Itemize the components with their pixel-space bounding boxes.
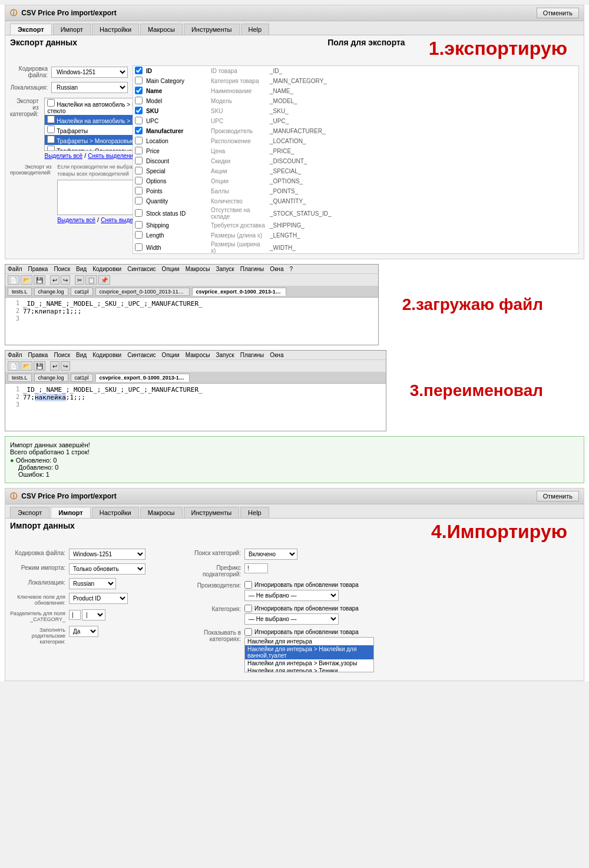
file-tab2-2[interactable]: change.log (34, 288, 68, 296)
menu-plugins3[interactable]: Плагины (240, 352, 264, 358)
menu-run3[interactable]: Запуск (216, 352, 234, 358)
import-mfr-select[interactable]: — Не выбрано — (244, 590, 339, 601)
field-checkbox[interactable] (135, 127, 143, 134)
tab-macros[interactable]: Макросы (140, 24, 183, 35)
locale-select[interactable]: Russian (51, 82, 128, 93)
tab-help[interactable]: Help (241, 24, 270, 35)
file-tab2-1[interactable]: tests.L (8, 288, 32, 296)
field-checkbox[interactable] (135, 187, 143, 194)
field-checkbox[interactable] (135, 197, 143, 204)
deselect-all-link[interactable]: Снять выделение (88, 153, 136, 159)
file-tab3-3[interactable]: cat1pl (71, 374, 93, 382)
import-cat-select[interactable]: — Не выбрано — (244, 613, 339, 625)
toolbar-btn2-2[interactable]: 📂 (21, 275, 32, 285)
menu-encoding2[interactable]: Кодировки (92, 266, 121, 272)
select-all-link[interactable]: Выделить всё (44, 153, 82, 159)
menu-encoding3[interactable]: Кодировки (92, 352, 121, 358)
import-sep-select[interactable]: | (82, 609, 105, 621)
list-item[interactable]: Наклейки для интерьра > Наклейки для ван… (245, 645, 373, 659)
menu-view3[interactable]: Вид (76, 352, 87, 358)
import-sep-input[interactable] (69, 610, 81, 620)
editor-body3[interactable]: 1 _ID_;_NAME_;_MODEL_;_SKU_;_UPC_;_MANUF… (5, 384, 386, 431)
list-item[interactable]: Наклейки для интерьра > Теники... (245, 667, 373, 672)
field-checkbox-cell[interactable] (133, 146, 144, 156)
import-tab-export[interactable]: Экспорт (10, 507, 49, 518)
fields-table-container[interactable]: ID ID товара _ID_ Main Category Категори… (133, 65, 579, 254)
toolbar-btn2-1[interactable]: 📄 (8, 275, 19, 285)
import-tab-import[interactable]: Импорт (51, 507, 90, 518)
field-checkbox[interactable] (135, 87, 143, 94)
import-search-cat-select[interactable]: Включено (244, 549, 297, 560)
field-checkbox[interactable] (135, 177, 143, 184)
field-checkbox-cell[interactable] (133, 136, 144, 146)
field-checkbox-cell[interactable] (133, 206, 144, 220)
toolbar-btn3-undo[interactable]: ↩ (50, 361, 59, 371)
menu-plugins2[interactable]: Плагины (240, 266, 264, 272)
field-checkbox-cell[interactable] (133, 66, 144, 76)
field-checkbox-cell[interactable] (133, 156, 144, 166)
menu-run2[interactable]: Запуск (216, 266, 234, 272)
toolbar-btn2-copy[interactable]: 📋 (85, 275, 97, 285)
import-tab-macros[interactable]: Макросы (140, 507, 183, 518)
toolbar-btn3-redo[interactable]: ↪ (61, 361, 70, 371)
import-tab-tools[interactable]: Инструменты (184, 507, 240, 518)
editor-body2[interactable]: 1 _ID_;_NAME_;_MODEL_;_SKU_;_UPC_;_MANUF… (5, 298, 378, 345)
toolbar-btn3-1[interactable]: 📄 (8, 361, 19, 371)
field-checkbox-cell[interactable] (133, 96, 144, 106)
toolbar-btn2-cut[interactable]: ✂ (75, 275, 84, 285)
import-tab-settings[interactable]: Настройки (92, 507, 139, 518)
field-checkbox[interactable] (135, 117, 143, 124)
select-all-mfr-link[interactable]: Выделить всё (57, 217, 95, 223)
field-checkbox-cell[interactable] (133, 196, 144, 206)
menu-edit3[interactable]: Правка (28, 352, 48, 358)
field-checkbox-cell[interactable] (133, 240, 144, 254)
field-checkbox-cell[interactable] (133, 186, 144, 196)
import-cat-ignore-checkbox[interactable] (244, 605, 252, 612)
toolbar-btn3-3[interactable]: 💾 (34, 361, 45, 371)
tab-tools[interactable]: Инструменты (184, 24, 240, 35)
field-checkbox[interactable] (135, 77, 143, 84)
menu-file3[interactable]: Файл (8, 352, 22, 358)
toolbar-btn2-3[interactable]: 💾 (34, 275, 45, 285)
file-tab3-4[interactable]: csvprice_export_0-1000_2013-11-06-1535.c… (95, 374, 190, 382)
field-checkbox-cell[interactable] (133, 176, 144, 186)
field-checkbox-cell[interactable] (133, 86, 144, 96)
field-checkbox[interactable] (135, 137, 143, 144)
file-tab2-4[interactable]: csvprice_export_0-1000_2013-11-06-1535.c… (95, 288, 190, 296)
menu-windows2[interactable]: Окна (270, 266, 283, 272)
menu-macros3[interactable]: Макросы (186, 352, 210, 358)
field-checkbox-cell[interactable] (133, 116, 144, 126)
field-checkbox[interactable] (135, 67, 143, 74)
menu-syntax2[interactable]: Синтаксис (127, 266, 155, 272)
import-locale-select[interactable]: Russian (69, 578, 116, 589)
menu-options3[interactable]: Опции (162, 352, 180, 358)
tab-export[interactable]: Экспорт (10, 24, 52, 35)
field-checkbox-cell[interactable] (133, 126, 144, 136)
import-show-cat-list[interactable]: Наклейки для интерьра Наклейки для интер… (244, 637, 374, 672)
list-item[interactable]: Наклейки для интерьра > Винтаж,узоры (245, 659, 373, 667)
field-checkbox[interactable] (135, 147, 143, 154)
menu-search2[interactable]: Поиск (54, 266, 70, 272)
menu-file2[interactable]: Файл (8, 266, 22, 272)
field-checkbox[interactable] (135, 243, 143, 251)
field-checkbox[interactable] (135, 221, 143, 229)
toolbar-btn2-paste[interactable]: 📌 (98, 275, 110, 285)
file-tab2-5[interactable]: csvprice_export_0-1000_2013-11-06-1535.c… (192, 288, 286, 296)
import-fill-select[interactable]: Да (69, 626, 98, 637)
menu-help2[interactable]: ? (289, 266, 293, 272)
import-encoding-select[interactable]: Windows-1251 (69, 549, 145, 560)
import-key-select[interactable]: Product ID (69, 593, 128, 604)
toolbar-btn2-redo[interactable]: ↪ (61, 275, 70, 285)
menu-edit2[interactable]: Правка (28, 266, 48, 272)
field-checkbox-cell[interactable] (133, 76, 144, 86)
field-checkbox[interactable] (135, 231, 143, 239)
list-item[interactable]: Наклейки для интерьра (245, 638, 373, 645)
import-show-cat-ignore-checkbox[interactable] (244, 628, 252, 636)
tab-settings[interactable]: Настройки (92, 24, 139, 35)
menu-view2[interactable]: Вид (76, 266, 87, 272)
import-tab-help[interactable]: Help (240, 507, 269, 518)
toolbar-btn2-undo[interactable]: ↩ (50, 275, 59, 285)
tab-import[interactable]: Импорт (53, 24, 91, 35)
toolbar-btn3-2[interactable]: 📂 (21, 361, 32, 371)
menu-windows3[interactable]: Окна (270, 352, 283, 358)
